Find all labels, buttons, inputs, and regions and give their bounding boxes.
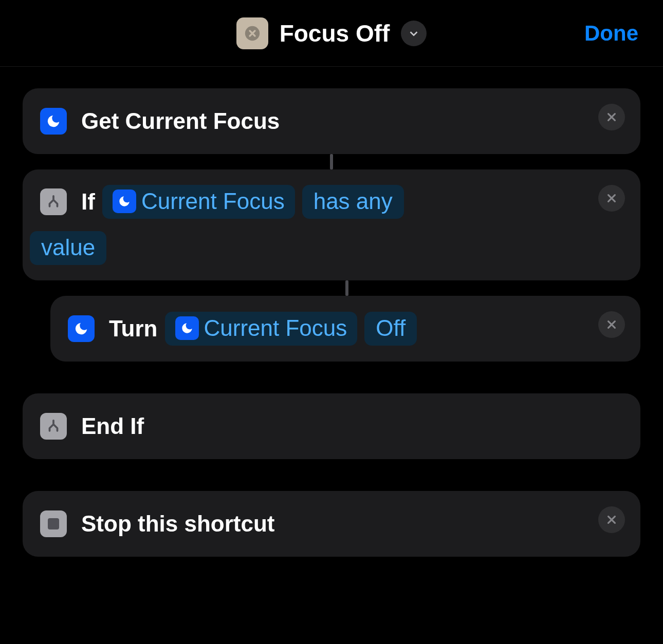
- close-icon: [606, 193, 617, 204]
- actions-list: Get Current Focus If Current Focus has a…: [0, 67, 663, 557]
- if-variable-token[interactable]: Current Focus: [102, 185, 295, 219]
- moon-icon: [113, 190, 136, 213]
- if-condition-token-2[interactable]: value: [30, 231, 106, 265]
- token-label: has any: [314, 188, 393, 214]
- action-label: End If: [81, 413, 144, 439]
- action-label: Get Current Focus: [81, 108, 280, 134]
- stop-icon: [40, 510, 67, 537]
- token-label: value: [41, 235, 95, 260]
- token-label: Current Focus: [141, 188, 285, 214]
- chevron-down-icon: [408, 28, 419, 39]
- connector: [345, 280, 348, 296]
- action-get-current-focus[interactable]: Get Current Focus: [23, 88, 640, 154]
- action-label: Stop this shortcut: [81, 511, 274, 537]
- moon-icon: [40, 108, 67, 135]
- action-turn-focus[interactable]: Turn Current Focus Off: [50, 296, 640, 362]
- action-stop-shortcut[interactable]: Stop this shortcut: [23, 491, 640, 557]
- header-title-group[interactable]: Focus Off: [236, 17, 427, 49]
- token-label: Current Focus: [204, 315, 347, 341]
- shortcut-title: Focus Off: [280, 20, 390, 47]
- turn-state-token[interactable]: Off: [364, 312, 417, 346]
- close-icon: [606, 319, 617, 330]
- shortcut-icon: [236, 17, 268, 49]
- if-condition-token-1[interactable]: has any: [302, 185, 404, 219]
- close-icon: [606, 514, 617, 525]
- branch-icon: [40, 413, 67, 440]
- x-circle-icon: [244, 25, 261, 42]
- token-label: Off: [376, 315, 406, 341]
- connector: [330, 154, 333, 169]
- if-prefix: If: [81, 189, 95, 215]
- delete-action-button[interactable]: [598, 506, 625, 533]
- delete-action-button[interactable]: [598, 311, 625, 338]
- action-end-if[interactable]: End If: [23, 393, 640, 459]
- turn-verb: Turn: [109, 316, 158, 342]
- done-button[interactable]: Done: [584, 21, 638, 46]
- turn-variable-token[interactable]: Current Focus: [165, 312, 358, 346]
- moon-icon: [68, 315, 95, 342]
- delete-action-button[interactable]: [598, 185, 625, 212]
- title-menu-button[interactable]: [401, 21, 427, 46]
- moon-icon: [175, 316, 199, 340]
- close-icon: [606, 111, 617, 123]
- header: Focus Off Done: [0, 0, 663, 67]
- action-if[interactable]: If Current Focus has any value: [23, 169, 640, 280]
- delete-action-button[interactable]: [598, 104, 625, 130]
- branch-icon: [40, 188, 67, 215]
